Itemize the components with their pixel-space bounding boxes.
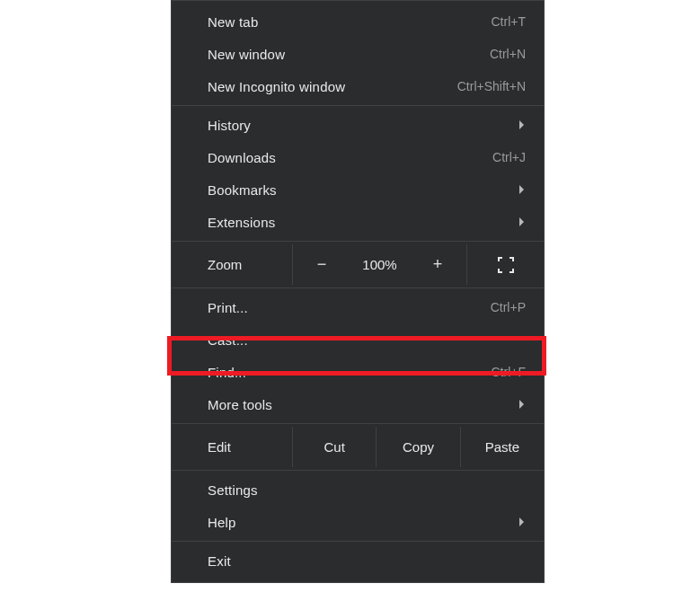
chevron-right-icon <box>519 217 524 226</box>
menu-item-bookmarks[interactable]: Bookmarks <box>172 173 544 206</box>
edit-copy-button[interactable]: Copy <box>377 427 460 467</box>
edit-cut-button[interactable]: Cut <box>293 427 377 467</box>
chevron-right-icon <box>519 120 524 129</box>
fullscreen-icon <box>498 257 514 273</box>
zoom-controls: − 100% + <box>293 244 467 285</box>
menu-item-shortcut: Ctrl+T <box>492 14 527 29</box>
menu-separator <box>172 541 544 542</box>
chevron-right-icon <box>519 400 524 409</box>
menu-item-shortcut: Ctrl+P <box>491 300 526 314</box>
menu-item-print[interactable]: Print... Ctrl+P <box>172 291 544 323</box>
menu-item-label: Print... <box>208 300 248 315</box>
menu-item-shortcut: Ctrl+F <box>492 365 527 379</box>
edit-button-label: Cut <box>323 439 344 455</box>
edit-label: Edit <box>172 427 293 467</box>
menu-item-label: Help <box>208 515 236 530</box>
menu-item-label: New tab <box>208 14 258 30</box>
zoom-level-value: 100% <box>362 257 396 272</box>
menu-item-new-window[interactable]: New window Ctrl+N <box>172 38 544 70</box>
menu-item-label: Exit <box>208 553 231 569</box>
menu-item-new-tab[interactable]: New tab Ctrl+T <box>172 5 544 38</box>
menu-item-history[interactable]: History <box>172 109 544 141</box>
menu-zoom-row: Zoom − 100% + <box>172 244 544 285</box>
chevron-right-icon <box>519 185 524 194</box>
menu-item-more-tools[interactable]: More tools <box>172 388 544 420</box>
zoom-out-button[interactable]: − <box>313 255 331 274</box>
menu-item-label: New window <box>208 47 285 62</box>
menu-item-label: Downloads <box>208 150 276 165</box>
menu-item-label: Bookmarks <box>208 182 277 198</box>
menu-separator <box>172 241 544 242</box>
zoom-label: Zoom <box>172 244 293 285</box>
menu-edit-row: Edit Cut Copy Paste <box>172 427 544 467</box>
chrome-main-menu: New tab Ctrl+T New window Ctrl+N New Inc… <box>171 0 545 583</box>
edit-button-label: Copy <box>403 439 434 455</box>
menu-item-label: Settings <box>208 482 258 498</box>
menu-item-label: More tools <box>208 397 272 412</box>
menu-separator <box>172 287 544 288</box>
menu-item-extensions[interactable]: Extensions <box>172 206 544 238</box>
menu-separator <box>172 105 544 106</box>
menu-separator <box>172 470 544 471</box>
zoom-in-button[interactable]: + <box>429 255 447 274</box>
menu-item-find[interactable]: Find... Ctrl+F <box>172 356 544 388</box>
menu-item-label: New Incognito window <box>208 79 345 94</box>
fullscreen-button[interactable] <box>467 244 544 285</box>
edit-button-label: Paste <box>485 439 519 455</box>
chevron-right-icon <box>519 517 524 526</box>
menu-item-new-incognito[interactable]: New Incognito window Ctrl+Shift+N <box>172 70 544 102</box>
menu-item-label: Cast... <box>208 332 248 348</box>
menu-item-help[interactable]: Help <box>172 506 544 538</box>
menu-item-label: Extensions <box>208 215 275 230</box>
menu-item-shortcut: Ctrl+J <box>492 150 526 164</box>
menu-item-label: Find... <box>208 365 246 380</box>
menu-item-settings[interactable]: Settings <box>172 473 544 506</box>
edit-paste-button[interactable]: Paste <box>461 427 544 467</box>
menu-item-exit[interactable]: Exit <box>172 544 544 577</box>
menu-item-shortcut: Ctrl+N <box>490 47 526 61</box>
menu-item-shortcut: Ctrl+Shift+N <box>457 79 526 93</box>
menu-item-label: History <box>208 118 251 133</box>
menu-item-downloads[interactable]: Downloads Ctrl+J <box>172 141 544 173</box>
menu-item-cast[interactable]: Cast... <box>172 323 544 356</box>
menu-separator <box>172 423 544 424</box>
